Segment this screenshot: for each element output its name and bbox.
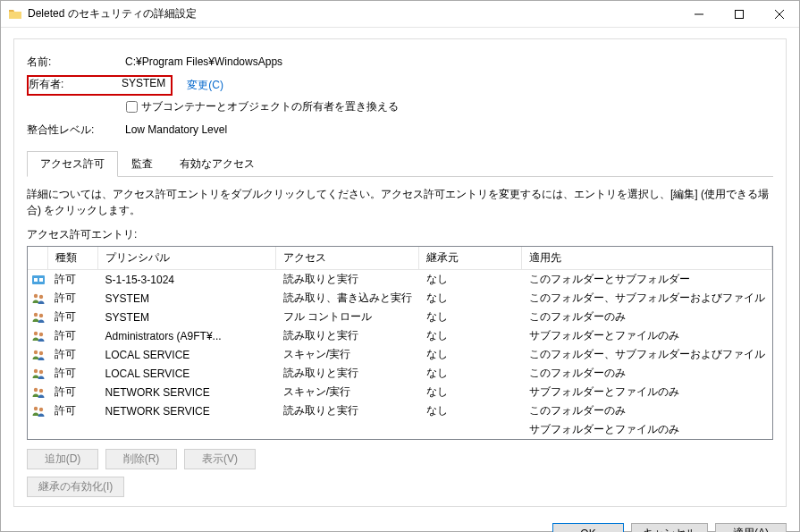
window-title: Deleted のセキュリティの詳細設定	[28, 6, 678, 21]
cell-inherited: なし	[419, 364, 522, 383]
integrity-row: 整合性レベル: Low Mandatory Level	[27, 120, 773, 139]
cell-inherited: なし	[419, 289, 522, 308]
table-row[interactable]: 許可LOCAL SERVICEスキャン/実行なしこのフォルダー、サブフォルダーお…	[28, 345, 772, 364]
svg-point-11	[39, 350, 43, 354]
cell-principal: NETWORK SERVICE	[98, 401, 276, 420]
svg-point-7	[39, 313, 43, 317]
table-row[interactable]: 許可NETWORK SERVICE読み取りと実行なしこのフォルダーのみ	[28, 401, 772, 420]
cell-access: 読み取りと実行	[276, 270, 419, 290]
name-label: 名前:	[27, 55, 125, 70]
remove-button[interactable]: 削除(R)	[105, 449, 177, 469]
cell-access: スキャン/実行	[276, 383, 419, 401]
maximize-button[interactable]	[719, 1, 759, 27]
dialog-footer: OK キャンセル 適用(A)	[1, 514, 799, 532]
tab-effective[interactable]: 有効なアクセス	[166, 151, 268, 177]
entries-label: アクセス許可エントリ:	[27, 227, 773, 242]
owner-label: 所有者:	[29, 77, 122, 92]
close-button[interactable]	[759, 1, 799, 27]
replace-owner-label: サブコンテナーとオブジェクトの所有者を置き換える	[141, 99, 399, 114]
cell-applies: このフォルダーのみ	[522, 401, 772, 420]
window-buttons	[678, 1, 799, 27]
integrity-label: 整合性レベル:	[27, 122, 125, 138]
cell-principal: S-1-15-3-1024	[98, 270, 276, 290]
cell-inherited: なし	[419, 326, 522, 345]
ok-button[interactable]: OK	[552, 523, 624, 532]
principal-icon	[28, 364, 47, 383]
cell-type: 許可	[47, 289, 98, 308]
svg-point-16	[34, 406, 38, 410]
principal-icon	[28, 345, 47, 364]
col-applies[interactable]: 適用先	[522, 247, 772, 270]
replace-owner-row: サブコンテナーとオブジェクトの所有者を置き換える	[126, 99, 773, 114]
table-row[interactable]: 許可SYSTEM読み取り、書き込みと実行なしこのフォルダー、サブフォルダーおよび…	[28, 289, 772, 308]
cell-applies: このフォルダーのみ	[522, 364, 772, 383]
col-type[interactable]: 種類	[47, 247, 98, 270]
cell-type: 許可	[47, 383, 98, 401]
entry-buttons: 追加(D) 削除(R) 表示(V)	[27, 449, 773, 469]
cell-principal: SYSTEM	[98, 308, 276, 326]
principal-icon	[28, 308, 47, 326]
name-row: 名前: C:¥Program Files¥WindowsApps	[27, 52, 773, 72]
svg-point-4	[34, 293, 38, 297]
cell-applies: サブフォルダーとファイルのみ	[522, 383, 772, 401]
replace-owner-checkbox[interactable]	[126, 101, 138, 113]
cell-type: 許可	[47, 326, 98, 345]
permission-entries-list[interactable]: 種類 プリンシパル アクセス 継承元 適用先 許可S-1-15-3-1024読み…	[27, 246, 773, 440]
header-fields: 名前: C:¥Program Files¥WindowsApps 所有者: SY…	[27, 52, 773, 143]
cell-access: フル コントロール	[276, 308, 419, 326]
svg-point-9	[39, 332, 43, 335]
col-icon[interactable]	[28, 247, 47, 270]
cell-applies: このフォルダーとサブフォルダー	[522, 270, 772, 290]
cancel-button[interactable]: キャンセル	[631, 523, 708, 532]
col-principal[interactable]: プリンシパル	[98, 247, 276, 270]
description-text: 詳細については、アクセス許可エントリをダブルクリックしてください。アクセス許可エ…	[27, 186, 773, 218]
cell-inherited: なし	[419, 270, 522, 290]
cell-inherited: なし	[419, 345, 522, 364]
table-row[interactable]: 許可NETWORK SERVICEスキャン/実行なしサブフォルダーとファイルのみ	[28, 383, 772, 401]
folder-icon	[8, 7, 22, 21]
table-row[interactable]: 許可SYSTEMフル コントロールなしこのフォルダーのみ	[28, 308, 772, 326]
tab-permissions[interactable]: アクセス許可	[27, 151, 118, 177]
table-row[interactable]: 許可Administrators (A9FT¥...読み取りと実行なしサブフォル…	[28, 326, 772, 345]
cell-type: 許可	[47, 364, 98, 383]
owner-value: SYSTEM	[122, 77, 165, 92]
add-button[interactable]: 追加(D)	[27, 449, 98, 469]
svg-point-10	[34, 350, 38, 353]
table-row[interactable]: サブフォルダーとファイルのみ	[28, 420, 772, 439]
enable-inheritance-button[interactable]: 継承の有効化(I)	[27, 477, 124, 497]
inherit-buttons: 継承の有効化(I)	[27, 477, 773, 497]
cell-type: 許可	[47, 308, 98, 326]
svg-rect-2	[34, 278, 38, 282]
cell-principal: LOCAL SERVICE	[98, 364, 276, 383]
principal-icon	[28, 326, 47, 345]
owner-highlight: 所有者: SYSTEM	[27, 75, 173, 96]
cell-principal: SYSTEM	[98, 289, 276, 308]
cell-access: スキャン/実行	[276, 345, 419, 364]
minimize-button[interactable]	[678, 1, 719, 27]
view-button[interactable]: 表示(V)	[184, 449, 256, 469]
cell-access: 読み取りと実行	[276, 401, 419, 420]
cell-applies: サブフォルダーとファイルのみ	[522, 326, 772, 345]
apply-button[interactable]: 適用(A)	[715, 523, 787, 532]
col-access[interactable]: アクセス	[276, 247, 419, 270]
svg-point-15	[39, 388, 43, 392]
table-row[interactable]: 許可LOCAL SERVICE読み取りと実行なしこのフォルダーのみ	[28, 364, 772, 383]
titlebar: Deleted のセキュリティの詳細設定	[1, 1, 799, 28]
cell-applies: このフォルダーのみ	[522, 308, 772, 326]
change-owner-link[interactable]: 変更(C)	[187, 78, 223, 93]
principal-icon	[28, 383, 47, 401]
tab-auditing[interactable]: 監査	[118, 151, 166, 177]
svg-point-14	[34, 387, 38, 391]
svg-point-12	[34, 368, 38, 372]
svg-rect-0	[735, 10, 743, 18]
svg-point-5	[39, 294, 43, 298]
table-row[interactable]: 許可S-1-15-3-1024読み取りと実行なしこのフォルダーとサブフォルダー	[28, 270, 772, 290]
cell-inherited: なし	[419, 401, 522, 420]
cell-applies: このフォルダー、サブフォルダーおよびファイル	[522, 345, 772, 364]
cell-principal: LOCAL SERVICE	[98, 345, 276, 364]
col-inherited[interactable]: 継承元	[419, 247, 522, 270]
cell-principal: NETWORK SERVICE	[98, 383, 276, 401]
svg-rect-3	[39, 278, 43, 282]
principal-icon	[28, 289, 47, 308]
inner-frame: 名前: C:¥Program Files¥WindowsApps 所有者: SY…	[13, 38, 787, 507]
